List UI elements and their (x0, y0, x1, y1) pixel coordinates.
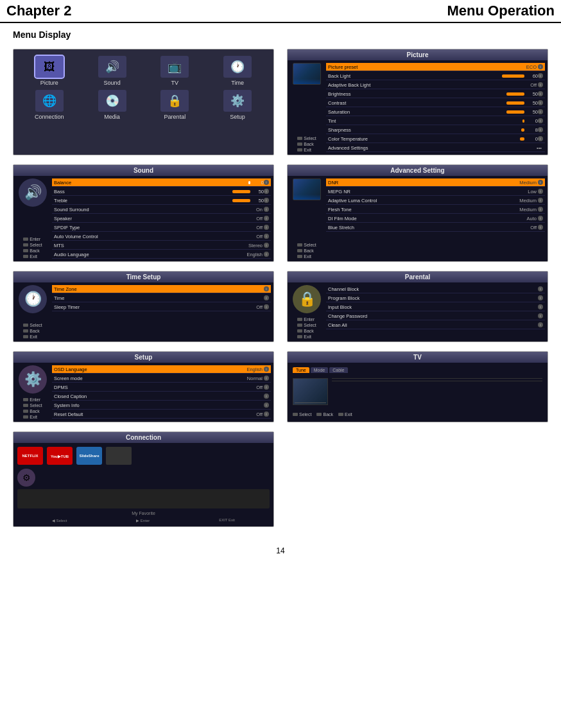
tab-mode[interactable]: Mode (311, 367, 329, 373)
sound-big-icon: 🔊 (19, 178, 47, 207)
picture-label: Picture (40, 80, 58, 86)
menu-item-picture[interactable]: 🖼 Picture (20, 56, 79, 86)
time-panel-left: 🕐 Select Back Exit (16, 285, 49, 339)
picture-panel-nav: Select Back Exit (297, 136, 316, 152)
menu-row: Back Light 60 i (326, 72, 545, 80)
setup-icon: ⚙️ (223, 90, 252, 112)
menu-row: Balance 0 i (52, 178, 271, 187)
advanced-preview-image (293, 178, 321, 200)
nav-select: Select (23, 243, 42, 247)
picture-panel-left: Select Back Exit (290, 63, 324, 152)
nav-exit: Exit (23, 334, 42, 339)
parental-panel-body: 🔒 Enter Select Back Exit Channel Block i… (288, 282, 548, 342)
empty-app-slot (106, 447, 132, 465)
parental-panel-right: Channel Block i Program Block i Input Bl… (326, 285, 545, 339)
menu-row: Speaker Off i (52, 214, 271, 223)
parental-icon: 🔒 (160, 90, 189, 112)
connection-label: Connection (35, 114, 64, 120)
nav-back: Back (23, 329, 42, 333)
nav-select: Select (297, 323, 316, 327)
picture-preview-image (293, 63, 321, 85)
menu-row: Sleep Timer Off i (52, 303, 271, 311)
setup-label: Setup (230, 114, 245, 120)
sound-panel-left: 🔊 Enter Select Back Exit (16, 178, 49, 259)
menu-item-connection[interactable]: 🌐 Connection (20, 90, 79, 120)
menu-row: Blue Stretch Off i (326, 223, 545, 232)
nav-back: Back (297, 142, 316, 146)
time-label: Time (231, 80, 244, 86)
menu-row: Time i (52, 294, 271, 302)
main-menu-screenshot: 🖼 Picture 🔊 Sound 📺 TV 🕐 Time 🌐 (13, 49, 274, 155)
section-title: Menu Operation (447, 3, 555, 19)
setup-panel-nav: Enter Select Back Exit (23, 397, 42, 419)
menu-row: MTS Stereo i (52, 241, 271, 250)
menu-row: SPDIF Type Off i (52, 223, 271, 232)
connection-row2: ⚙ (17, 469, 270, 487)
parental-panel-nav: Enter Select Back Exit (297, 317, 316, 339)
setup-panel-right: OSD Language English i Screen mode Norma… (52, 365, 271, 419)
menu-row: Time Zone i (52, 285, 271, 293)
time-panel-nav: Select Back Exit (23, 323, 42, 339)
youtube-app-icon[interactable]: You▶TUB (47, 447, 73, 465)
menu-row: Advanced Settings ••• (326, 144, 545, 152)
menu-row: Treble 50 i (52, 196, 271, 205)
nav-enter: Enter (297, 317, 316, 322)
sound-screenshot: Sound 🔊 Enter Select Back Exit Balance (13, 164, 274, 262)
advanced-panel-body: Select Back Exit DNR Medium i MEPG NR Lo… (288, 176, 548, 261)
slideshare-app-icon[interactable]: SlideShare (76, 447, 102, 465)
nav-enter: Enter (23, 397, 42, 402)
setup-panel-left: ⚙️ Enter Select Back Exit (16, 365, 49, 419)
connection-screenshot: Connection NETFLIX You▶TUB SlideShare ⚙ … (13, 431, 274, 527)
sound-panel-title: Sound (13, 165, 273, 176)
settings-small-icon[interactable]: ⚙ (17, 469, 35, 487)
menu-row: Channel Block i (326, 285, 545, 293)
connection-content-area (17, 489, 270, 508)
tv-panel-body: Tune Mode Cable Select Back Exi (288, 363, 548, 422)
menu-row: Contrast 50 i (326, 99, 545, 107)
sound-panel-body: 🔊 Enter Select Back Exit Balance 0 i (13, 176, 273, 261)
favorites-label: My Favorite (17, 511, 270, 516)
netflix-app-icon[interactable]: NETFLIX (17, 447, 43, 465)
menu-row: System Info i (52, 401, 271, 410)
menu-row: Program Block i (326, 294, 545, 302)
tab-tune[interactable]: Tune (293, 367, 309, 373)
menu-item-parental[interactable]: 🔒 Parental (146, 90, 205, 120)
bottom-grid: Connection NETFLIX You▶TUB SlideShare ⚙ … (13, 431, 548, 527)
picture-icon: 🖼 (35, 56, 64, 78)
nav-enter: ▶ Enter (136, 518, 150, 523)
menu-item-media[interactable]: 💿 Media (83, 90, 142, 120)
picture-panel-body: Select Back Exit Picture preset ECO i Ba… (288, 60, 548, 155)
nav-select: ◀ Select (52, 518, 67, 523)
nav-back: Back (316, 412, 333, 417)
chapter-title: Chapter 2 (6, 3, 71, 19)
setup-panel-title: Setup (13, 352, 273, 363)
menu-row: Saturation 50 i (326, 108, 545, 116)
page-number: 14 (0, 546, 561, 562)
menu-item-setup[interactable]: ⚙️ Setup (208, 90, 267, 120)
nav-exit: Exit (338, 412, 352, 417)
nav-icon (297, 137, 302, 140)
nav-exit: Exit (23, 415, 42, 419)
advanced-panel-left: Select Back Exit (290, 178, 324, 259)
nav-back: Back (297, 248, 316, 253)
sound-panel-nav: Enter Select Back Exit (23, 237, 42, 259)
menu-row: Change Password i (326, 312, 545, 320)
menu-item-sound[interactable]: 🔊 Sound (83, 56, 142, 86)
connection-panel-title: Connection (13, 432, 273, 443)
page-header: Chapter 2 Menu Operation (0, 0, 561, 23)
tv-icon: 📺 (160, 56, 189, 78)
menu-row: DI Film Mode Auto i (326, 214, 545, 223)
menu-item-time[interactable]: 🕐 Time (208, 56, 267, 86)
menu-row: Bass 50 i (52, 187, 271, 196)
menu-item-tv[interactable]: 📺 TV (146, 56, 205, 86)
advanced-screenshot: Advanced Setting Select Back Exit DNR Me… (287, 164, 548, 262)
menu-row: DPMS Off i (52, 383, 271, 392)
connection-icon: 🌐 (35, 90, 64, 112)
tv-content-right (332, 378, 542, 383)
tab-cable[interactable]: Cable (329, 367, 347, 373)
parental-big-icon: 🔒 (293, 285, 321, 313)
time-big-icon: 🕐 (19, 285, 47, 313)
parental-screenshot: Parental 🔒 Enter Select Back Exit Channe… (287, 271, 548, 342)
nav-back: Back (297, 329, 316, 333)
tv-panel-title: TV (288, 352, 548, 363)
